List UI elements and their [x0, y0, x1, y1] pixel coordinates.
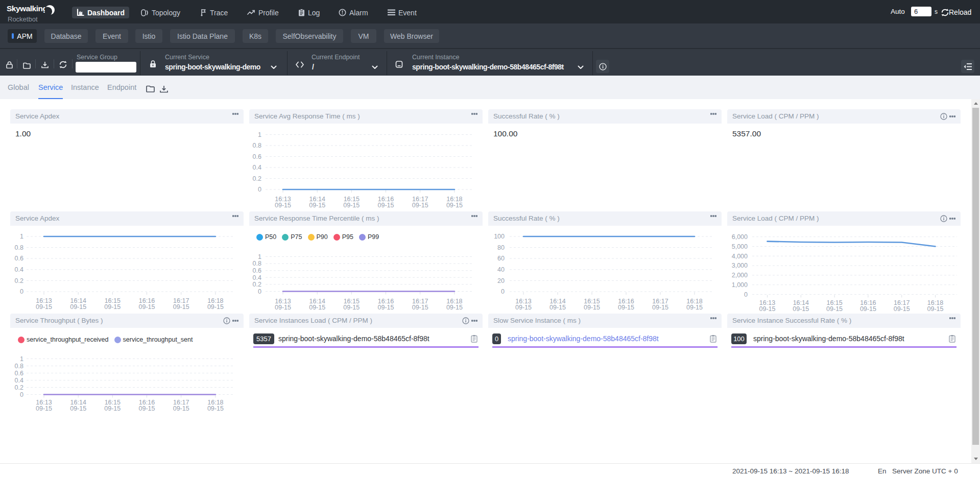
svg-text:0.4: 0.4 [15, 377, 23, 384]
svg-text:09-15: 09-15 [618, 304, 634, 309]
svg-text:09-15: 09-15 [412, 202, 428, 207]
svg-text:09-15: 09-15 [343, 304, 360, 309]
svg-text:1,000: 1,000 [732, 281, 748, 289]
svg-text:0.4: 0.4 [15, 266, 23, 273]
svg-text:1: 1 [20, 355, 23, 363]
svg-text:09-15: 09-15 [173, 405, 189, 412]
svg-text:0.6: 0.6 [253, 153, 261, 160]
svg-text:0.2: 0.2 [15, 384, 23, 391]
svg-text:09-15: 09-15 [515, 304, 532, 309]
svg-text:3,000: 3,000 [732, 262, 748, 269]
svg-text:0.4: 0.4 [253, 274, 261, 281]
svg-text:09-15: 09-15 [275, 304, 291, 309]
svg-text:09-15: 09-15 [309, 202, 325, 207]
svg-text:09-15: 09-15 [104, 303, 121, 309]
svg-text:09-15: 09-15 [36, 405, 52, 412]
svg-text:0.2: 0.2 [253, 175, 261, 182]
svg-text:1: 1 [20, 233, 23, 240]
svg-text:09-15: 09-15 [104, 405, 121, 412]
svg-text:20: 20 [497, 277, 505, 284]
svg-text:0.8: 0.8 [15, 363, 23, 370]
svg-text:0: 0 [20, 391, 23, 398]
svg-text:09-15: 09-15 [927, 305, 944, 312]
svg-text:09-15: 09-15 [446, 304, 463, 309]
svg-text:09-15: 09-15 [652, 304, 668, 309]
svg-text:09-15: 09-15 [343, 202, 360, 207]
svg-text:0.8: 0.8 [253, 142, 261, 149]
svg-text:0: 0 [501, 288, 505, 295]
svg-text:09-15: 09-15 [173, 303, 189, 309]
svg-text:09-15: 09-15 [70, 303, 86, 309]
svg-text:0.8: 0.8 [15, 244, 23, 251]
svg-text:09-15: 09-15 [894, 305, 910, 312]
svg-text:09-15: 09-15 [275, 202, 291, 207]
svg-text:1: 1 [258, 131, 261, 138]
svg-text:0.8: 0.8 [253, 260, 261, 267]
svg-text:0: 0 [258, 186, 261, 193]
svg-text:0.6: 0.6 [253, 267, 261, 274]
svg-text:09-15: 09-15 [826, 305, 843, 312]
svg-text:0: 0 [744, 291, 748, 298]
svg-text:09-15: 09-15 [309, 304, 325, 309]
svg-text:09-15: 09-15 [70, 405, 86, 412]
svg-text:09-15: 09-15 [412, 304, 428, 309]
svg-text:09-15: 09-15 [139, 303, 155, 309]
svg-text:60: 60 [497, 255, 505, 262]
svg-text:09-15: 09-15 [549, 304, 566, 309]
svg-text:09-15: 09-15 [378, 304, 394, 309]
svg-text:0.2: 0.2 [253, 281, 261, 288]
svg-text:4,000: 4,000 [732, 253, 748, 260]
svg-text:6,000: 6,000 [732, 233, 748, 241]
svg-text:1: 1 [258, 253, 261, 260]
svg-text:80: 80 [497, 244, 505, 251]
svg-text:09-15: 09-15 [793, 305, 809, 312]
svg-text:09-15: 09-15 [378, 202, 394, 207]
svg-text:09-15: 09-15 [139, 405, 155, 412]
svg-text:100: 100 [494, 233, 505, 240]
svg-text:09-15: 09-15 [446, 202, 463, 207]
svg-text:0.6: 0.6 [15, 255, 23, 262]
svg-text:09-15: 09-15 [207, 405, 224, 412]
svg-text:5,000: 5,000 [732, 243, 748, 250]
svg-text:09-15: 09-15 [686, 304, 703, 309]
svg-text:09-15: 09-15 [36, 303, 52, 309]
svg-text:2,000: 2,000 [732, 272, 748, 279]
svg-text:40: 40 [497, 266, 505, 273]
svg-text:0.6: 0.6 [15, 370, 23, 377]
svg-text:09-15: 09-15 [759, 305, 776, 312]
svg-text:09-15: 09-15 [860, 305, 876, 312]
svg-text:0.2: 0.2 [15, 277, 23, 284]
svg-text:0: 0 [258, 288, 261, 295]
svg-text:0.4: 0.4 [253, 164, 261, 171]
svg-text:0: 0 [20, 288, 23, 295]
svg-text:09-15: 09-15 [207, 303, 224, 309]
svg-text:09-15: 09-15 [584, 304, 600, 309]
